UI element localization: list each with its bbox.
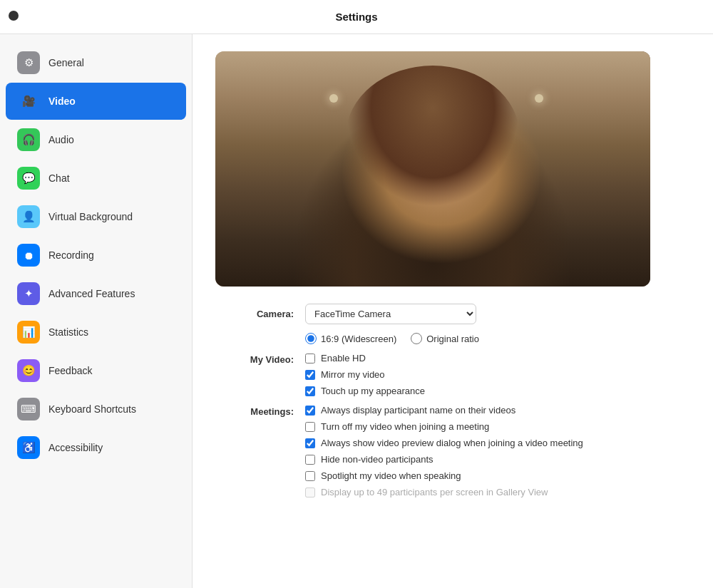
ratio-label-1: Original ratio [426,334,479,344]
virtual-background-icon: 👤 [17,205,40,228]
keyboard-shortcuts-icon: ⌨ [17,398,40,421]
meetings-label-2: Always show video preview dialog when jo… [321,438,583,448]
sidebar-item-advanced-features-label: Advanced Features [48,288,135,299]
sidebar-item-keyboard-shortcuts-label: Keyboard Shortcuts [48,403,136,415]
my-video-label-2: Touch up my appearance [321,386,425,396]
sidebar-item-feedback[interactable]: 😊Feedback [6,352,186,389]
ratio-option-0[interactable]: 16:9 (Widescreen) [305,333,396,344]
ratio-radio-1[interactable] [411,333,422,344]
my-video-checkbox-2[interactable] [305,386,315,396]
my-video-label-0: Enable HD [321,353,366,363]
meetings-option-5: Display up to 49 participants per screen… [305,487,583,497]
ratio-option-1[interactable]: Original ratio [411,333,479,344]
camera-preview [215,51,650,287]
meetings-option-2[interactable]: Always show video preview dialog when jo… [305,438,583,448]
general-icon: ⚙ [17,51,40,74]
accessibility-icon: ♿ [17,436,40,459]
meetings-label-0: Always display participant name on their… [321,405,515,416]
feedback-icon: 😊 [17,359,40,382]
sidebar-item-feedback-label: Feedback [48,365,92,376]
sidebar-item-recording-label: Recording [48,249,94,261]
sidebar-item-general[interactable]: ⚙General [6,44,186,81]
sidebar-item-audio-label: Audio [48,134,74,145]
my-video-label: My Video: [215,353,294,365]
sidebar-item-statistics-label: Statistics [48,326,88,338]
meetings-checkbox-3[interactable] [305,455,315,465]
sidebar-item-chat[interactable]: 💬Chat [6,160,186,197]
sidebar-item-keyboard-shortcuts[interactable]: ⌨Keyboard Shortcuts [6,391,186,428]
window-close-btn[interactable] [9,11,19,21]
ratio-label-0: 16:9 (Widescreen) [321,334,396,344]
my-video-checkbox-0[interactable] [305,354,315,363]
meetings-label-1: Turn off my video when joining a meeting [321,421,489,432]
meetings-label-4: Spotlight my video when speaking [321,470,461,481]
audio-icon: 🎧 [17,128,40,151]
my-video-row: My Video: Enable HDMirror my videoTouch … [215,353,690,396]
meetings-option-4[interactable]: Spotlight my video when speaking [305,470,583,481]
sidebar-item-video[interactable]: 🎥Video [6,83,186,120]
my-video-checkbox-1[interactable] [305,370,315,380]
my-video-option-0[interactable]: Enable HD [305,353,425,363]
my-video-option-1[interactable]: Mirror my video [305,369,425,380]
main-layout: ⚙General🎥Video🎧Audio💬Chat👤Virtual Backgr… [0,34,713,588]
meetings-checkbox-5 [305,488,315,497]
sidebar-item-statistics[interactable]: 📊Statistics [6,314,186,351]
sidebar-item-general-label: General [48,57,84,68]
statistics-icon: 📊 [17,321,40,344]
meetings-option-0[interactable]: Always display participant name on their… [305,405,583,416]
camera-row: Camera: FaceTime CameraUSB Camera [215,304,690,324]
my-video-option-2[interactable]: Touch up my appearance [305,386,425,396]
page-title: Settings [335,11,377,23]
content-area: Camera: FaceTime CameraUSB Camera 16:9 (… [193,34,713,588]
advanced-features-icon: ✦ [17,282,40,305]
my-video-label-1: Mirror my video [321,369,385,380]
camera-label: Camera: [215,309,294,319]
ratio-row: 16:9 (Widescreen)Original ratio [215,333,690,344]
sidebar-item-video-label: Video [48,96,76,107]
meetings-option-1[interactable]: Turn off my video when joining a meeting [305,421,583,432]
meetings-label-5: Display up to 49 participants per screen… [321,487,548,497]
recording-icon: ⏺ [17,244,40,267]
my-video-controls: Enable HDMirror my videoTouch up my appe… [305,353,425,396]
meetings-label: Meetings: [215,405,294,417]
sidebar-item-chat-label: Chat [48,172,70,184]
meetings-label-3: Hide non-video participants [321,454,434,465]
meetings-checkbox-2[interactable] [305,438,315,448]
camera-dropdown[interactable]: FaceTime CameraUSB Camera [305,304,476,324]
sidebar-item-advanced-features[interactable]: ✦Advanced Features [6,275,186,312]
ceiling-light-left [329,94,338,103]
meetings-checkbox-4[interactable] [305,471,315,481]
camera-preview-inner [215,51,650,287]
sidebar-item-virtual-background-label: Virtual Background [48,211,133,222]
meetings-checkbox-1[interactable] [305,422,315,432]
meetings-checkbox-0[interactable] [305,406,315,416]
video-icon: 🎥 [17,90,40,113]
camera-feed [215,51,650,287]
ceiling-light-right [535,94,543,103]
window-controls [9,11,19,24]
chat-icon: 💬 [17,167,40,190]
sidebar-item-virtual-background[interactable]: 👤Virtual Background [6,198,186,235]
title-bar: Settings [0,0,713,34]
sidebar-item-recording[interactable]: ⏺Recording [6,237,186,274]
meetings-controls: Always display participant name on their… [305,405,583,497]
meetings-row: Meetings: Always display participant nam… [215,405,690,497]
ratio-radio-0[interactable] [305,333,317,344]
sidebar-item-accessibility[interactable]: ♿Accessibility [6,429,186,466]
sidebar-item-audio[interactable]: 🎧Audio [6,121,186,158]
meetings-option-3[interactable]: Hide non-video participants [305,454,583,465]
sidebar-item-accessibility-label: Accessibility [48,442,103,453]
sidebar: ⚙General🎥Video🎧Audio💬Chat👤Virtual Backgr… [0,34,193,588]
